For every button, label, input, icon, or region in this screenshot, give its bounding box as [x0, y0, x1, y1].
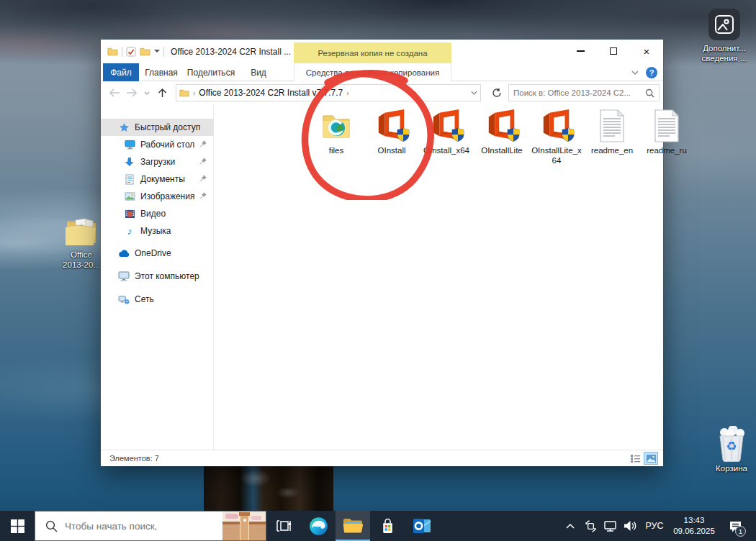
tray-volume[interactable] [621, 511, 640, 541]
file-explorer-button[interactable] [336, 511, 370, 541]
search-icon[interactable] [645, 88, 654, 98]
tray-network[interactable] [601, 511, 620, 541]
refresh-button[interactable] [488, 84, 505, 101]
desktop-icon-label: сведения ... [693, 53, 755, 63]
thumbnail-view-icon [647, 455, 656, 463]
breadcrumb[interactable]: Office 2013-2024 C2R Install v7.7.7.7 [199, 88, 343, 98]
network-icon [118, 294, 130, 305]
sidebar-item-music[interactable]: ♪ Музыка [101, 222, 214, 240]
desktop-icon-additional-info[interactable]: Дополнит... сведения ... [693, 9, 755, 64]
thumbnail-view-button[interactable] [644, 453, 657, 464]
file-item[interactable]: OInstallLite [474, 109, 529, 155]
volume-icon [624, 520, 638, 532]
search-box[interactable] [508, 84, 660, 101]
folder-icon[interactable] [140, 47, 150, 56]
recent-locations-button[interactable] [141, 81, 153, 104]
address-box[interactable]: › Office 2013-2024 C2R Install v7.7.7.7 … [176, 84, 481, 101]
edge-browser-button[interactable] [301, 511, 336, 541]
tab-file[interactable]: Файл [103, 63, 139, 81]
up-button[interactable] [154, 81, 170, 104]
desktop-icon-recycle-bin[interactable]: ♻ Корзина [709, 426, 754, 473]
outlook-button[interactable] [405, 511, 439, 541]
file-label: OInstallLite_x64 [529, 145, 584, 166]
maximize-button[interactable] [597, 40, 630, 63]
uac-shield-icon [561, 127, 575, 145]
details-view-button[interactable] [629, 453, 642, 464]
taskbar-search-input[interactable] [65, 521, 222, 532]
action-center-button[interactable]: 1 [721, 511, 750, 541]
task-view-button[interactable] [266, 511, 301, 541]
sidebar-item-label: Загрузки [140, 157, 175, 167]
check-icon[interactable] [126, 47, 136, 57]
tab-share[interactable]: Поделиться [186, 63, 236, 81]
system-tray: РУС 13:43 09.06.2025 1 [561, 511, 756, 541]
minimize-icon [577, 50, 585, 51]
folder-icon[interactable] [107, 47, 118, 56]
sidebar-item-desktop[interactable]: Рабочий стол [101, 136, 214, 153]
recycle-bin-icon: ♻ [716, 426, 747, 462]
minimize-button[interactable] [564, 40, 597, 63]
office-logo-icon [485, 109, 519, 143]
chevron-down-icon[interactable] [631, 71, 639, 75]
help-icon[interactable]: ? [646, 67, 657, 78]
sidebar-item-documents[interactable]: Документы [101, 171, 214, 188]
folder-icon [179, 88, 189, 97]
tray-expand-button[interactable] [561, 511, 580, 541]
desktop-icon-office-folder[interactable]: n Office 2013-20... [59, 215, 104, 270]
taskbar-clock[interactable]: 13:43 09.06.2025 [669, 515, 719, 537]
file-item[interactable]: OInstall_x64 [419, 109, 474, 155]
sidebar-item-onedrive[interactable]: OneDrive [101, 245, 214, 262]
chevron-down-icon[interactable] [154, 50, 160, 54]
photo-icon [708, 9, 740, 40]
back-button[interactable] [107, 81, 122, 104]
chevron-down-icon[interactable] [471, 91, 477, 95]
ribbon-tab-row: Файл Главная Поделиться Вид Средства рез… [101, 63, 663, 81]
sidebar-item-downloads[interactable]: Загрузки [101, 153, 214, 171]
file-label: OInstall [364, 145, 419, 155]
folder-icon [319, 109, 354, 143]
file-item[interactable]: readme_ru [639, 109, 694, 155]
sidebar-item-pictures[interactable]: Изображения [101, 188, 214, 205]
monitor-icon [124, 139, 135, 150]
quick-access-toolbar [101, 47, 164, 57]
taskbar: РУС 13:43 09.06.2025 1 [0, 511, 756, 541]
close-icon: × [644, 46, 650, 57]
sidebar-item-videos[interactable]: Видео [101, 205, 214, 222]
start-button[interactable] [0, 511, 35, 541]
text-doc-icon [595, 109, 629, 143]
close-button[interactable]: × [630, 40, 663, 63]
notification-badge: 1 [735, 526, 746, 537]
file-item[interactable]: files [309, 109, 364, 155]
sidebar-item-quick-access[interactable]: Быстрый доступ [101, 119, 214, 136]
uac-shield-icon [506, 127, 521, 145]
taskbar-search[interactable] [35, 511, 266, 541]
store-button[interactable] [370, 511, 405, 541]
search-highlight-image[interactable] [222, 512, 266, 540]
file-item[interactable]: OInstall [364, 109, 419, 155]
windows-start-icon [11, 519, 24, 533]
file-label: readme_ru [639, 145, 694, 155]
pin-icon [199, 191, 207, 201]
file-item[interactable]: OInstallLite_x64 [529, 109, 584, 166]
tab-view[interactable]: Вид [247, 63, 270, 81]
language-indicator[interactable]: РУС [642, 521, 667, 531]
sidebar-item-label: Изображения [140, 191, 194, 201]
edge-icon [309, 517, 328, 536]
rotation-lock-icon [584, 519, 598, 533]
search-input[interactable] [513, 88, 645, 97]
title-bar[interactable]: Office 2013-2024 C2R Install ... Резервн… [101, 40, 663, 63]
file-item[interactable]: readme_en [585, 109, 639, 155]
tab-backup-tools[interactable]: Средства резервного копирования [294, 63, 451, 81]
tray-rotation-lock[interactable] [581, 511, 600, 541]
onedrive-cloud-icon [118, 247, 130, 259]
text-doc-icon [649, 109, 684, 143]
file-label: OInstallLite [474, 145, 529, 155]
sidebar-item-this-pc[interactable]: Этот компьютер [101, 268, 214, 285]
back-icon [109, 88, 120, 97]
sidebar-item-network[interactable]: Сеть [101, 291, 214, 308]
breadcrumb-chevron-icon[interactable]: › [346, 89, 348, 97]
desktop-icon-label: Дополнит... [693, 43, 755, 53]
forward-button[interactable] [124, 81, 140, 104]
tab-home[interactable]: Главная [144, 63, 179, 81]
tray-time: 13:43 [669, 515, 719, 526]
